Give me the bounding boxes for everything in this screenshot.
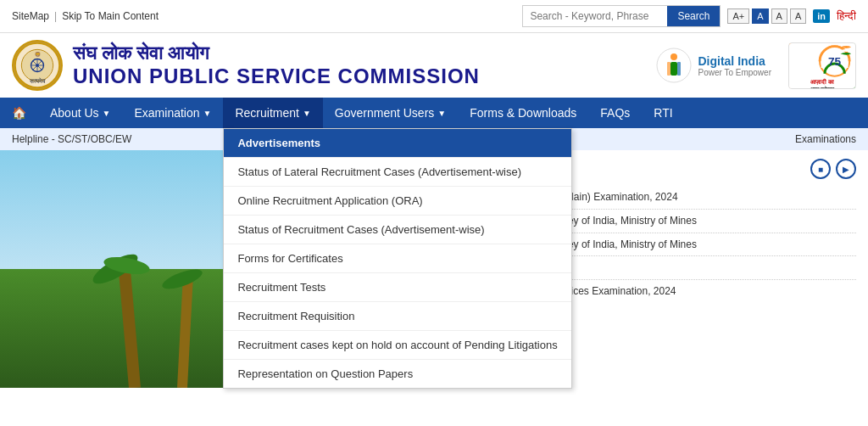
header-text: संघ लोक सेवा आयोग UNION PUBLIC SERVICE C… — [73, 42, 480, 88]
examination-label: Examination — [135, 106, 200, 120]
gov-users-arrow: ▼ — [437, 109, 446, 118]
site-header: 🦁 सत्यमेव संघ लोक सेवा आयोग UNION PUBLIC… — [0, 33, 868, 98]
separator: | — [54, 10, 57, 22]
home-icon: 🏠 — [12, 106, 26, 120]
svg-rect-14 — [677, 62, 681, 76]
di-icon — [655, 47, 693, 84]
svg-text:🦁: 🦁 — [35, 51, 41, 58]
header-left: 🦁 सत्यमेव संघ लोक सेवा आयोग UNION PUBLIC… — [12, 40, 480, 91]
dropdown-item[interactable]: Status of Recruitment Cases (Advertiseme… — [224, 216, 570, 244]
examination-arrow: ▼ — [203, 109, 212, 118]
svg-text:सत्यमेव: सत्यमेव — [29, 77, 46, 84]
recruitment-arrow: ▼ — [303, 109, 311, 118]
nav-examination[interactable]: Examination ▼ — [123, 98, 224, 128]
english-title: UNION PUBLIC SERVICE COMMISSION — [73, 64, 480, 88]
main-nav-container: 🏠 About Us ▼ Examination ▼ Recruitment ▼… — [0, 98, 868, 128]
rti-label: RTI — [654, 106, 672, 120]
top-bar-right: Search A+ A A A in हिन्दी — [522, 5, 856, 27]
header-right: Digital India Power To Empower 75 आज़ादी… — [655, 42, 856, 89]
nav-faqs[interactable]: FAQs — [588, 98, 642, 128]
recruitment-label: Recruitment — [235, 106, 298, 120]
svg-text:अमृत महोत्सव: अमृत महोत्सव — [810, 86, 835, 89]
dropdown-item[interactable]: Advertisements — [224, 129, 570, 158]
news-stop-btn[interactable]: ■ — [810, 159, 831, 179]
faqs-label: FAQs — [600, 106, 630, 120]
dropdown-item[interactable]: Recruitment Requisition — [224, 302, 570, 331]
news-controls: ■ ▶ — [810, 159, 856, 179]
dropdown-item[interactable]: Recruitment Tests — [224, 273, 570, 302]
sitemap-link[interactable]: SiteMap — [12, 10, 49, 22]
dropdown-item[interactable]: Recruitment cases kept on hold on accoun… — [224, 331, 570, 360]
nav-rti[interactable]: RTI — [642, 98, 684, 128]
main-nav: 🏠 About Us ▼ Examination ▼ Recruitment ▼… — [0, 98, 868, 128]
font-controls: A+ A A A — [727, 8, 806, 24]
about-us-label: About Us — [50, 106, 99, 120]
top-bar: SiteMap | Skip To Main Content Search A+… — [0, 0, 868, 33]
digital-india-logo: Digital India Power To Empower — [655, 47, 771, 84]
recruitment-dropdown: AdvertisementsStatus of Lateral Recruitm… — [223, 128, 571, 389]
dropdown-item[interactable]: Status of Lateral Recruitment Cases (Adv… — [224, 158, 570, 187]
nav-recruitment[interactable]: Recruitment ▼ AdvertisementsStatus of La… — [223, 98, 322, 128]
svg-point-11 — [670, 53, 677, 60]
dropdown-item[interactable]: Online Recruitment Application (ORA) — [224, 187, 570, 216]
hindi-link[interactable]: हिन्दी — [837, 9, 856, 23]
svg-text:75: 75 — [828, 55, 842, 68]
examinations-text: Examinations — [795, 133, 856, 145]
forms-label: Forms & Downloads — [470, 106, 576, 120]
di-text: Digital India Power To Empower — [698, 54, 771, 77]
emblem-logo: 🦁 सत्यमेव — [12, 40, 63, 91]
nav-gov-users[interactable]: Government Users ▼ — [323, 98, 458, 128]
news-play-btn[interactable]: ▶ — [836, 159, 856, 179]
helpline-text: Helpline - SC/ST/OBC/EW — [12, 133, 131, 145]
nav-home[interactable]: 🏠 — [0, 98, 38, 128]
azadi-badge: 75 आज़ादी का अमृत महोत्सव — [788, 42, 856, 89]
search-box: Search — [522, 5, 721, 27]
linkedin-link[interactable]: in — [813, 9, 830, 23]
nav-forms[interactable]: Forms & Downloads — [458, 98, 588, 128]
hindi-title: संघ लोक सेवा आयोग — [73, 42, 480, 64]
skip-link[interactable]: Skip To Main Content — [62, 10, 159, 22]
about-us-arrow: ▼ — [103, 109, 111, 118]
svg-rect-13 — [667, 62, 670, 76]
gov-users-label: Government Users — [335, 106, 434, 120]
svg-text:आज़ादी का: आज़ादी का — [810, 78, 834, 85]
font-increase-btn[interactable]: A+ — [727, 8, 749, 24]
font-medium-btn[interactable]: A — [771, 8, 787, 24]
search-button[interactable]: Search — [667, 6, 720, 26]
search-input[interactable] — [523, 7, 667, 25]
svg-rect-12 — [670, 62, 677, 76]
font-normal-btn[interactable]: A — [752, 8, 768, 24]
nav-about-us[interactable]: About Us ▼ — [38, 98, 123, 128]
dropdown-item[interactable]: Representation on Question Papers — [224, 360, 570, 388]
top-bar-left: SiteMap | Skip To Main Content — [12, 10, 159, 22]
dropdown-item[interactable]: Forms for Certificates — [224, 244, 570, 273]
font-large-btn[interactable]: A — [790, 8, 806, 24]
